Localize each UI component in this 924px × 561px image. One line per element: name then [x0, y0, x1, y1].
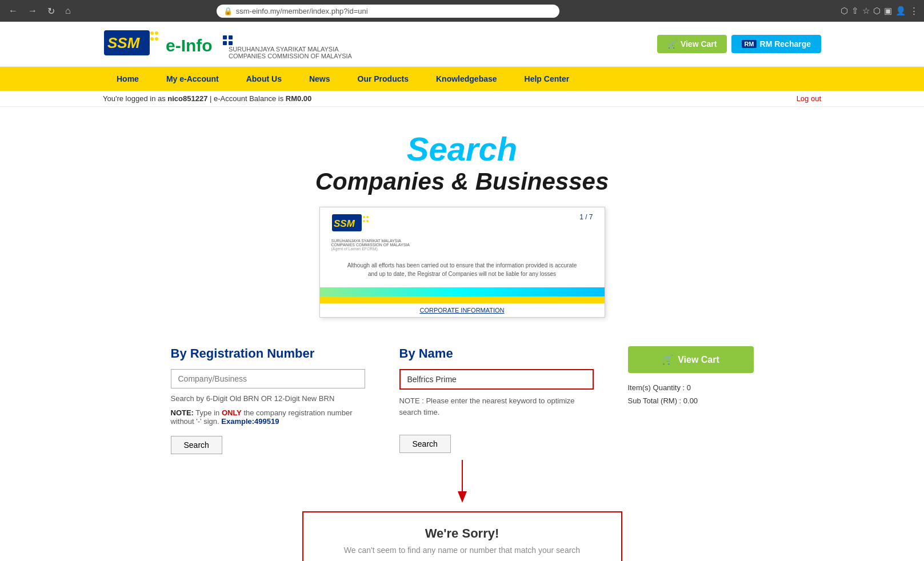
doc-ssm-logo-svg: SSM — [331, 213, 377, 236]
doc-disclaimer: Although all efforts has been carried ou… — [320, 257, 605, 283]
cart-quantity: Item(s) Quantity : 0 — [628, 381, 754, 394]
browser-chrome: ← → ↻ ⌂ 🔒 ssm-einfo.my/member/index.php?… — [0, 0, 924, 22]
nav-home[interactable]: Home — [103, 67, 153, 91]
window-icon: ▣ — [884, 6, 892, 16]
svg-text:SSM: SSM — [334, 218, 355, 229]
cart-main-icon: 🛒 — [662, 354, 673, 365]
url-bar[interactable]: 🔒 ssm-einfo.my/member/index.php?id=uni — [217, 5, 559, 18]
hero-title-companies: Companies & Businesses — [11, 168, 913, 195]
note-type: Type in — [195, 408, 222, 417]
view-cart-main-button[interactable]: 🛒 View Cart — [628, 346, 754, 373]
doc-preview: SSM SURUHANJAYA SYARIKAT MALAYSIACOMPANI… — [319, 207, 605, 318]
home-button[interactable]: ⌂ — [62, 5, 74, 17]
error-title: We're Sorry! — [321, 526, 604, 541]
svg-rect-10 — [229, 41, 233, 45]
svg-marker-18 — [458, 491, 467, 503]
nav-my-eaccount[interactable]: My e-Account — [153, 67, 233, 91]
cart-info: Item(s) Quantity : 0 Sub Total (RM) : 0.… — [628, 381, 754, 408]
ssm-logo-svg: SSM — [103, 27, 171, 59]
doc-gradient-bar — [320, 287, 605, 296]
share-icon: ⇧ — [851, 6, 859, 16]
cart-column: 🛒 View Cart Item(s) Quantity : 0 Sub Tot… — [628, 346, 754, 408]
search-by-name-title: By Name — [399, 346, 594, 361]
name-search-button[interactable]: Search — [399, 435, 451, 453]
svg-point-16 — [366, 220, 369, 222]
menu-icon: ⋮ — [910, 6, 918, 16]
svg-point-4 — [150, 37, 154, 41]
doc-ssm-logo: SSM SURUHANJAYA SYARIKAT MALAYSIACOMPANI… — [331, 213, 410, 251]
svg-point-2 — [150, 31, 154, 35]
nav-news[interactable]: News — [295, 67, 344, 91]
nav-knowledgebase[interactable]: Knowledgebase — [422, 67, 511, 91]
svg-rect-9 — [223, 41, 227, 45]
search-by-reg-title: By Registration Number — [171, 346, 365, 361]
forward-button[interactable]: → — [25, 5, 40, 17]
error-subtitle: We can't seem to find any name or number… — [321, 546, 604, 555]
search-by-reg-column: By Registration Number Search by 6-Digit… — [171, 346, 365, 454]
svg-point-3 — [155, 31, 158, 35]
search-by-name-column: By Name NOTE : Please enter the nearest … — [399, 346, 594, 453]
reload-button[interactable]: ↻ — [45, 5, 58, 18]
cart-subtotal: Sub Total (RM) : 0.00 — [628, 394, 754, 407]
site-header: SSM e-Info — [0, 22, 924, 67]
svg-rect-7 — [223, 35, 227, 39]
username: nico851227 — [167, 94, 207, 103]
nav-help-center[interactable]: Help Center — [511, 67, 583, 91]
reg-search-button[interactable]: Search — [171, 436, 222, 454]
bookmark-icon: ☆ — [862, 6, 870, 16]
nav-about-us[interactable]: About Us — [233, 67, 295, 91]
browser-right-icons: ⬡ ⇧ ☆ ⬡ ▣ 👤 ⋮ — [841, 6, 918, 16]
doc-page-num: 1 / 7 — [579, 213, 593, 221]
search-section: By Registration Number Search by 6-Digit… — [0, 329, 924, 471]
logout-link[interactable]: Log out — [797, 94, 821, 103]
svg-rect-8 — [229, 35, 233, 39]
arrow-svg — [451, 460, 474, 506]
reg-note-line2: NOTE: Type in ONLY the company registrat… — [171, 408, 365, 426]
by-name-note: NOTE : Please enter the nearest keyword … — [399, 395, 594, 418]
svg-point-5 — [155, 37, 158, 41]
status-text: You're logged in as nico851227 | e-Accou… — [103, 94, 311, 103]
arrow-annotation — [0, 460, 924, 506]
reg-number-input[interactable] — [171, 369, 365, 388]
url-text: ssm-einfo.my/member/index.php?id=uni — [236, 7, 368, 15]
svg-point-14 — [366, 216, 369, 218]
hero-section: Search Companies & Businesses — [0, 107, 924, 207]
error-box: We're Sorry! We can't seem to find any n… — [302, 511, 622, 561]
note-only: ONLY — [222, 408, 242, 417]
svg-text:SSM: SSM — [107, 34, 141, 51]
doc-header: SSM SURUHANJAYA SYARIKAT MALAYSIACOMPANI… — [320, 207, 605, 257]
svg-point-13 — [363, 216, 365, 218]
doc-corporate-info: CORPORATE INFORMATION — [320, 303, 605, 317]
back-button[interactable]: ← — [6, 5, 21, 17]
view-cart-button[interactable]: 🛒 View Cart — [657, 35, 727, 53]
header-actions: 🛒 View Cart RM RM Recharge — [657, 35, 821, 53]
cart-icon: 🛒 — [667, 39, 677, 49]
site-nav: Home My e-Account About Us News Our Prod… — [0, 67, 924, 91]
name-input[interactable] — [399, 369, 594, 390]
note-bold: NOTE: — [171, 408, 194, 417]
note-example-num: 499519 — [254, 417, 279, 426]
nav-our-products[interactable]: Our Products — [344, 67, 422, 91]
recharge-button[interactable]: RM RM Recharge — [731, 35, 821, 53]
balance: RM0.00 — [286, 94, 312, 103]
svg-text:e-Info: e-Info — [166, 36, 213, 55]
svg-point-15 — [363, 220, 365, 222]
profile-icon: 👤 — [895, 6, 906, 16]
reg-note-line1: Search by 6-Digit Old BRN OR 12-Digit Ne… — [171, 394, 365, 403]
note-example: Example: — [221, 417, 254, 426]
doc-yellow-bar — [320, 296, 605, 303]
lock-icon: 🔒 — [223, 7, 233, 15]
cast-icon: ⬡ — [841, 6, 848, 16]
logo-area: SSM e-Info — [103, 27, 352, 61]
rm-icon: RM — [742, 40, 756, 48]
status-bar: You're logged in as nico851227 | e-Accou… — [0, 91, 924, 107]
puzzle-icon: ⬡ — [873, 6, 881, 16]
hero-title-search: Search — [11, 130, 913, 168]
